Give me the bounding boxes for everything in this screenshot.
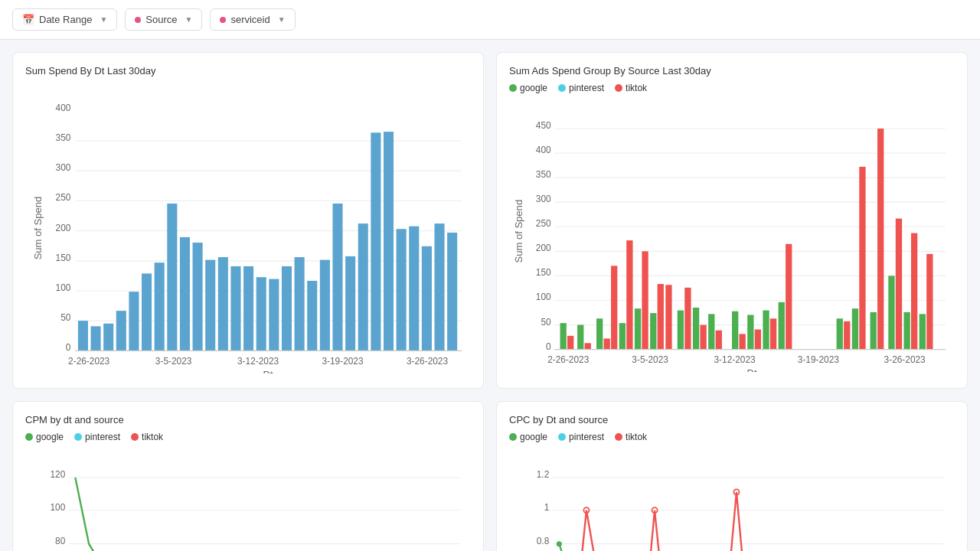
pinterest-cpm-dot — [74, 433, 82, 441]
serviceid-label: serviceid — [230, 14, 270, 25]
svg-rect-104 — [837, 318, 843, 349]
svg-text:50: 50 — [541, 317, 551, 328]
svg-text:Dt: Dt — [263, 369, 273, 373]
source-dot-icon — [135, 17, 141, 23]
svg-text:350: 350 — [56, 132, 71, 143]
svg-rect-28 — [205, 260, 215, 351]
svg-rect-107 — [859, 167, 865, 350]
google-legend-dot — [509, 84, 517, 92]
svg-text:150: 150 — [536, 267, 551, 278]
svg-rect-108 — [871, 312, 877, 350]
svg-rect-88 — [658, 284, 664, 350]
svg-rect-113 — [911, 233, 917, 350]
svg-text:200: 200 — [536, 243, 551, 253]
svg-rect-35 — [295, 257, 305, 350]
caret-down-icon: ▼ — [100, 15, 107, 24]
svg-text:450: 450 — [536, 120, 551, 131]
svg-text:100: 100 — [56, 282, 71, 293]
svg-rect-85 — [635, 308, 641, 349]
svg-rect-97 — [740, 334, 746, 349]
svg-text:0.8: 0.8 — [537, 536, 550, 546]
chart3-legend: google pinterest tiktok — [25, 432, 471, 442]
svg-rect-20 — [103, 324, 113, 351]
svg-rect-45 — [422, 246, 432, 351]
svg-rect-30 — [230, 266, 240, 350]
svg-rect-18 — [78, 321, 88, 350]
serviceid-filter[interactable]: serviceid ▼ — [210, 8, 295, 31]
svg-rect-22 — [129, 292, 139, 350]
svg-rect-78 — [577, 325, 583, 350]
svg-rect-36 — [307, 281, 317, 350]
svg-rect-109 — [877, 129, 884, 350]
tiktok-cpc-label: tiktok — [626, 432, 647, 442]
svg-text:3-12-2023: 3-12-2023 — [237, 356, 279, 367]
svg-text:3-5-2023: 3-5-2023 — [632, 354, 668, 365]
svg-text:200: 200 — [56, 223, 71, 233]
svg-rect-83 — [619, 323, 626, 349]
svg-text:300: 300 — [536, 194, 551, 204]
svg-rect-92 — [693, 308, 699, 350]
svg-rect-115 — [926, 254, 933, 350]
svg-text:3-26-2023: 3-26-2023 — [407, 356, 448, 367]
legend-tiktok-cpc: tiktok — [615, 432, 647, 442]
date-range-filter[interactable]: 📅 Date Range ▼ — [12, 8, 117, 31]
caret-down-icon-2: ▼ — [185, 15, 193, 24]
svg-rect-79 — [585, 343, 591, 349]
svg-text:350: 350 — [536, 169, 551, 180]
chart-sum-spend: Sum Spend By Dt Last 30day Sum of Spend … — [12, 52, 484, 389]
svg-rect-44 — [409, 227, 419, 351]
svg-text:400: 400 — [536, 145, 551, 155]
tiktok-cpm-dot — [131, 433, 139, 441]
google-legend-label: google — [520, 83, 547, 93]
svg-rect-37 — [320, 260, 330, 351]
tiktok-legend-dot — [615, 84, 622, 92]
svg-rect-23 — [142, 273, 152, 350]
google-cpc-label: google — [520, 432, 547, 442]
svg-text:3-12-2023: 3-12-2023 — [714, 354, 756, 365]
svg-text:3-26-2023: 3-26-2023 — [884, 354, 926, 365]
svg-rect-24 — [155, 262, 165, 350]
serviceid-dot-icon — [220, 17, 226, 23]
tiktok-cpm-label: tiktok — [142, 432, 163, 442]
svg-text:300: 300 — [56, 162, 71, 173]
svg-rect-111 — [896, 219, 902, 350]
svg-text:0: 0 — [66, 342, 71, 353]
svg-rect-26 — [180, 237, 190, 350]
svg-rect-87 — [650, 313, 656, 350]
svg-rect-95 — [716, 331, 722, 350]
svg-rect-103 — [786, 244, 792, 350]
toolbar: 📅 Date Range ▼ Source ▼ serviceid ▼ — [0, 0, 980, 40]
chart4-container: CPC 0 0.2 0.4 0.6 0.8 1 1.2 — [509, 448, 955, 551]
chart-ads-spend-group: Sum Ads Spend Group By Source Last 30day… — [496, 52, 968, 389]
svg-rect-21 — [116, 311, 126, 350]
source-filter[interactable]: Source ▼ — [125, 8, 202, 31]
svg-text:3-19-2023: 3-19-2023 — [322, 356, 363, 367]
legend-google-cpm: google — [25, 432, 64, 442]
svg-rect-19 — [91, 326, 101, 350]
svg-rect-105 — [844, 321, 850, 350]
svg-rect-77 — [567, 336, 573, 350]
svg-rect-41 — [371, 132, 381, 350]
svg-rect-80 — [596, 318, 603, 349]
chart2-svg: Sum of Spend 0 50 100 150 200 250 300 35… — [509, 99, 955, 372]
svg-text:2-26-2023: 2-26-2023 — [547, 354, 589, 365]
chart1-svg: Sum of Spend 0 50 100 150 200 250 300 35… — [25, 83, 471, 373]
pinterest-cpc-label: pinterest — [569, 432, 604, 442]
svg-rect-31 — [243, 266, 253, 350]
pinterest-legend-dot — [558, 84, 566, 92]
chart-cpm: CPM by dt and source google pinterest ti… — [12, 401, 484, 551]
chart1-container: Sum of Spend 0 50 100 150 200 250 300 35… — [25, 83, 471, 376]
legend-tiktok-cpm: tiktok — [131, 432, 163, 442]
svg-rect-82 — [611, 266, 617, 349]
svg-rect-102 — [779, 302, 785, 350]
svg-rect-47 — [447, 233, 457, 350]
svg-rect-99 — [755, 329, 761, 349]
google-cpc-dot — [509, 433, 517, 441]
svg-rect-112 — [903, 312, 910, 350]
chart1-title: Sum Spend By Dt Last 30day — [25, 65, 471, 77]
chart2-legend: google pinterest tiktok — [509, 83, 955, 93]
svg-text:100: 100 — [50, 502, 65, 513]
svg-text:0: 0 — [546, 341, 551, 352]
source-label: Source — [145, 14, 177, 25]
svg-rect-110 — [888, 276, 894, 349]
